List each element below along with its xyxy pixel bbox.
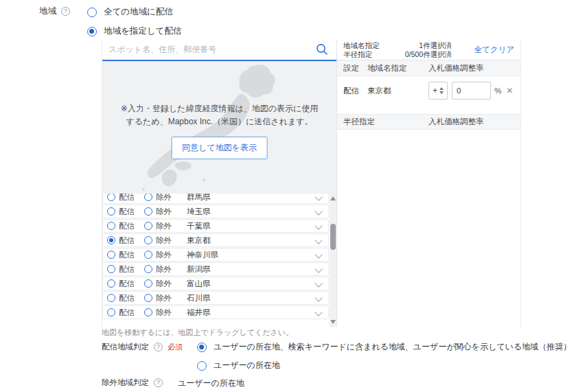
chevron-down-icon[interactable] [314, 308, 322, 316]
mapbox-notice: ※入力・登録した緯度経度情報は、地図の表示に使用 するため、Mapbox Inc… [102, 102, 336, 128]
radius-selected-count: 0/500件選択済 [386, 50, 452, 59]
area-name-value: 東京都 [367, 86, 428, 96]
deliver-radio[interactable] [107, 222, 115, 230]
bid-adjust-input[interactable] [452, 82, 491, 100]
scroll-down-icon[interactable] [330, 320, 336, 324]
delivery-judgement-label-row: 配信地域判定 ? 必須 [102, 342, 183, 352]
delivery-judgement-label: 配信地域判定 [102, 342, 149, 352]
deliver-radio[interactable] [107, 308, 115, 316]
exclude-radio[interactable] [144, 236, 152, 244]
region-picker-widget: ※入力・登録した緯度経度情報は、地図の表示に使用 するため、Mapbox Inc… [102, 40, 519, 327]
radius-summary-line: 半径指定 0/500件選択済 [343, 50, 452, 59]
show-map-consent-button[interactable]: 同意して地図を表示 [171, 137, 268, 159]
spot-search-input[interactable] [102, 40, 314, 58]
region-help-icon[interactable]: ? [61, 7, 70, 16]
exclusion-judgement-label-row: 除外地域判定 ? [102, 378, 163, 388]
selection-panel: 地域名指定 1件選択済 半径指定 0/500件選択済 全てクリア 設定 地域名指… [336, 40, 521, 327]
scroll-thumb[interactable] [330, 224, 336, 250]
option-all-regions[interactable]: 全ての地域に配信 [87, 6, 173, 18]
prefecture-row-kanagawa: 配信 除外 神奈川県 [102, 248, 329, 262]
prefecture-list: 配信 除外 群馬県 配信 除外 埼玉県 配信 除外 千葉県 [102, 194, 329, 327]
region-label: 地域 [39, 5, 56, 17]
prefecture-row-chiba: 配信 除外 千葉県 [102, 219, 329, 233]
exclude-radio[interactable] [144, 222, 152, 230]
selected-area-row: 配信 東京都 + % ✕ [337, 76, 520, 105]
stepper-arrows-icon[interactable] [439, 87, 444, 94]
exclude-radio[interactable] [144, 207, 152, 216]
specify-regions-radio[interactable] [87, 27, 97, 36]
all-regions-label: 全ての地域に配信 [104, 6, 173, 18]
prefecture-row-fukui: 配信 除外 福井県 [102, 305, 329, 319]
chevron-down-icon[interactable] [314, 265, 322, 273]
delivery-judgement-option-1[interactable]: ユーザーの所在地、検索キーワードに含まれる地域、ユーザーが関心を示している地域（… [197, 341, 571, 353]
required-badge: 必須 [168, 342, 183, 352]
chevron-down-icon[interactable] [314, 207, 322, 215]
exclude-radio[interactable] [144, 265, 152, 273]
exclude-radio[interactable] [144, 279, 152, 288]
option-specify-regions[interactable]: 地域を指定して配信 [87, 25, 181, 37]
radius-table-header: 半径指定 入札価格調整率 [337, 114, 520, 130]
clear-all-link[interactable]: 全てクリア [474, 45, 514, 55]
area-setting-value: 配信 [337, 86, 367, 96]
map-area[interactable]: ※入力・登録した緯度経度情報は、地図の表示に使用 するため、Mapbox Inc… [102, 61, 336, 195]
chevron-down-icon[interactable] [314, 236, 322, 244]
exclusion-judgement-help-icon[interactable]: ? [154, 378, 163, 387]
deliver-radio[interactable] [107, 194, 115, 201]
deliver-radio[interactable] [107, 265, 115, 273]
exclude-radio[interactable] [144, 308, 152, 316]
exclusion-judgement-value: ユーザーの所在地 [178, 378, 244, 389]
exclude-radio[interactable] [144, 294, 152, 302]
delivery-judgement-radio-1[interactable] [197, 343, 207, 352]
exclude-radio[interactable] [144, 251, 152, 259]
bid-sign-stepper[interactable]: + [428, 82, 448, 100]
delivery-judgement-help-icon[interactable]: ? [154, 343, 163, 351]
chevron-down-icon[interactable] [314, 222, 322, 229]
prefecture-row-toyama: 配信 除外 富山県 [102, 277, 329, 290]
chevron-down-icon[interactable] [314, 279, 322, 287]
list-scrollbar[interactable] [330, 194, 336, 327]
map-and-list-column: ※入力・登録した緯度経度情報は、地図の表示に使用 するため、Mapbox Inc… [102, 40, 336, 327]
deliver-radio[interactable] [107, 207, 115, 216]
selection-summary: 地域名指定 1件選択済 半径指定 0/500件選択済 全てクリア [337, 40, 520, 60]
area-summary-line: 地域名指定 1件選択済 [343, 41, 452, 50]
chevron-down-icon[interactable] [314, 294, 322, 301]
region-targeting-screen: 地域 ? 全ての地域に配信 地域を指定して配信 [0, 0, 572, 392]
area-selected-count: 1件選択済 [386, 41, 452, 50]
search-icon[interactable] [316, 43, 328, 56]
mapbox-notice-line2: するため、Mapbox Inc.（米国）に送信されます。 [102, 115, 336, 128]
prefecture-row-tokyo: 配信 除外 東京都 [102, 233, 329, 247]
deliver-radio[interactable] [107, 294, 115, 302]
mapbox-notice-line1: ※入力・登録した緯度経度情報は、地図の表示に使用 [102, 102, 336, 115]
prefecture-row-niigata: 配信 除外 新潟県 [102, 262, 329, 276]
deliver-radio[interactable] [107, 236, 115, 244]
all-regions-radio[interactable] [87, 8, 97, 17]
chevron-down-icon[interactable] [314, 194, 322, 201]
chevron-down-icon[interactable] [314, 251, 322, 258]
region-field-label: 地域 ? [39, 5, 70, 17]
specify-regions-label: 地域を指定して配信 [104, 25, 181, 37]
prefecture-row-saitama: 配信 除外 埼玉県 [102, 205, 329, 218]
remove-area-icon[interactable]: ✕ [506, 86, 513, 95]
exclusion-judgement-label: 除外地域判定 [102, 378, 149, 388]
percent-unit: % [494, 87, 501, 95]
deliver-radio[interactable] [107, 279, 115, 288]
spot-search-bar [102, 40, 336, 61]
exclude-radio[interactable] [144, 194, 152, 201]
map-drag-hint: 地図を移動するには、地図上でドラッグしてください。 [102, 327, 293, 338]
area-table-header: 設定 地域名指定 入札価格調整率 [337, 60, 520, 76]
deliver-radio[interactable] [107, 251, 115, 259]
delivery-judgement-radio-2[interactable] [197, 361, 207, 371]
prefecture-row-gunma: 配信 除外 群馬県 [102, 194, 329, 204]
delivery-judgement-option-2[interactable]: ユーザーの所在地 [197, 360, 280, 371]
scroll-up-icon[interactable] [330, 196, 336, 200]
prefecture-row-ishikawa: 配信 除外 石川県 [102, 291, 329, 305]
